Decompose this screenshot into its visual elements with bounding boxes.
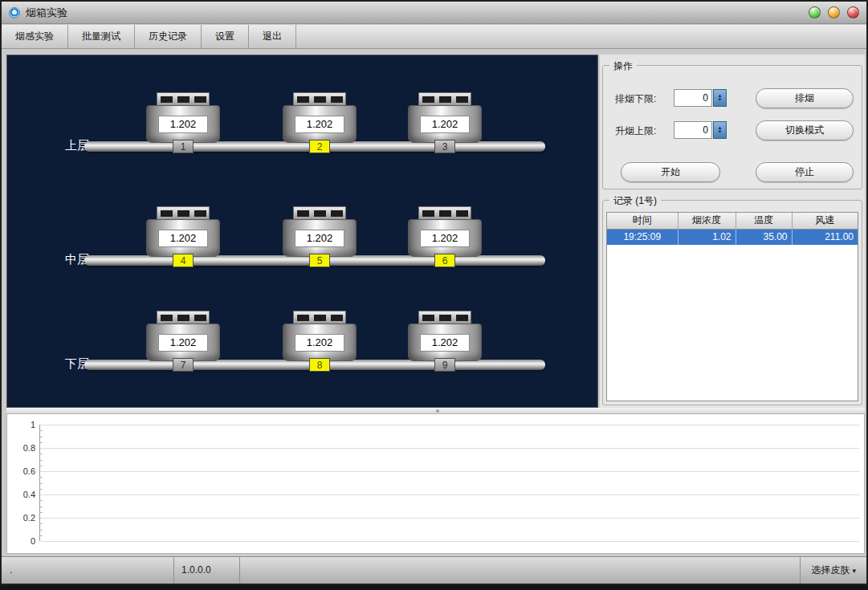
record-cell: 19:25:09 — [607, 229, 678, 245]
device-vent-cap — [293, 92, 346, 105]
record-cell: 35.00 — [736, 229, 792, 245]
start-button[interactable]: 开始 — [621, 162, 720, 182]
records-table-container: 时间烟浓度温度风速 19:25:091.0235.00211.00 — [606, 212, 858, 401]
sensor-device-2: 1.202 — [283, 92, 357, 143]
sensor-panel: 上层1.20211.20221.2023中层1.20241.20251.2026… — [6, 55, 598, 408]
y-axis-minor-tick — [39, 477, 43, 478]
sensor-value-display: 1.202 — [158, 116, 208, 133]
chart-gridline — [40, 471, 859, 472]
device-body: 1.202 — [283, 323, 357, 361]
maximize-button[interactable] — [828, 6, 840, 18]
sensor-value-display: 1.202 — [158, 230, 208, 247]
sensor-row-1: 上层1.20211.20221.2023 — [7, 92, 597, 165]
chart-gridline — [40, 494, 859, 495]
device-vent-cap — [418, 92, 471, 105]
smoke-upper-limit-label: 升烟上限: — [615, 124, 656, 138]
y-axis-minor-tick — [39, 523, 43, 524]
y-axis-minor-tick — [39, 489, 43, 490]
y-axis-minor-tick — [39, 437, 43, 437]
y-axis-tick-label: 0.6 — [11, 466, 35, 476]
record-cell: 211.00 — [792, 229, 858, 245]
y-axis-tick-label: 0.4 — [11, 490, 35, 499]
y-axis-tick-label: 1 — [11, 420, 35, 429]
records-groupbox: 记录 (1号) 时间烟浓度温度风速 19:25:091.0235.00211.0… — [602, 200, 862, 405]
skin-selector[interactable]: 选择皮肤▾ — [800, 557, 866, 584]
menu-item-history[interactable]: 历史记录 — [135, 25, 202, 48]
spinner-arrows-icon[interactable]: ▲▼ — [713, 121, 727, 139]
splitter-grip — [436, 409, 439, 413]
version-label: 1.0.0.0 — [174, 557, 240, 584]
device-body: 1.202 — [146, 219, 220, 257]
device-body: 1.202 — [146, 323, 220, 361]
operations-groupbox: 操作 排烟下限: 0 ▲▼ 升烟上限: 0 ▲▼ 排烟 切换模式 开始 停止 — [602, 65, 862, 189]
smoke-upper-limit-spinner[interactable]: 0 ▲▼ — [674, 121, 727, 139]
device-body: 1.202 — [283, 105, 357, 143]
sensor-device-3: 1.202 — [408, 92, 482, 143]
device-body: 1.202 — [146, 105, 220, 143]
sensor-tag-1[interactable]: 1 — [173, 140, 194, 153]
device-vent-cap — [293, 206, 346, 219]
y-axis-minor-tick — [39, 430, 43, 431]
sensor-tag-9[interactable]: 9 — [434, 358, 455, 372]
side-panel: 操作 排烟下限: 0 ▲▼ 升烟上限: 0 ▲▼ 排烟 切换模式 开始 停止 记… — [600, 55, 865, 408]
y-axis-tick-label: 0.8 — [11, 443, 35, 453]
close-button[interactable] — [847, 6, 859, 18]
status-message: . — [2, 557, 174, 584]
chart-gridline — [40, 518, 859, 519]
sensor-tag-4[interactable]: 4 — [173, 254, 194, 267]
chart-gridline — [40, 448, 859, 449]
spinner-value[interactable]: 0 — [674, 89, 712, 107]
spinner-arrows-icon[interactable]: ▲▼ — [713, 89, 727, 107]
records-column-header: 时间 — [607, 213, 678, 229]
sensor-device-5: 1.202 — [283, 206, 357, 257]
device-vent-cap — [157, 311, 210, 323]
window-title: 烟箱实验 — [26, 6, 67, 20]
operations-title: 操作 — [609, 59, 637, 73]
y-axis-minor-tick — [39, 460, 43, 461]
menu-bar: 烟感实验批量测试历史记录设置退出 — [2, 25, 866, 49]
sensor-tag-3[interactable]: 3 — [434, 140, 455, 153]
horizontal-splitter[interactable] — [6, 408, 865, 413]
stop-button[interactable]: 停止 — [756, 162, 854, 182]
switch-mode-button[interactable]: 切换模式 — [756, 120, 854, 140]
y-axis-minor-tick — [39, 530, 43, 531]
device-vent-cap — [418, 206, 471, 219]
sensor-tag-6[interactable]: 6 — [434, 254, 455, 267]
records-table: 时间烟浓度温度风速 19:25:091.0235.00211.00 — [607, 213, 858, 245]
menu-item-exit[interactable]: 退出 — [249, 25, 296, 48]
sensor-value-display: 1.202 — [420, 334, 470, 352]
y-axis-minor-tick — [39, 500, 43, 501]
records-column-header: 烟浓度 — [678, 213, 736, 229]
app-window: 烟箱实验 烟感实验批量测试历史记录设置退出 上层1.20211.20221.20… — [0, 0, 868, 585]
device-body: 1.202 — [283, 219, 357, 257]
status-bar: . 1.0.0.0 选择皮肤▾ — [2, 556, 866, 584]
chart-gridline — [40, 425, 859, 425]
menu-item-settings[interactable]: 设置 — [202, 25, 249, 48]
device-body: 1.202 — [408, 323, 482, 361]
records-column-header: 风速 — [792, 213, 858, 229]
menu-item-smoke-experiment[interactable]: 烟感实验 — [2, 25, 68, 48]
spinner-value[interactable]: 0 — [674, 121, 712, 139]
sensor-value-display: 1.202 — [295, 116, 344, 133]
sensor-device-6: 1.202 — [408, 206, 482, 257]
device-body: 1.202 — [408, 105, 482, 143]
caret-down-icon: ▾ — [852, 567, 856, 575]
exhaust-button[interactable]: 排烟 — [756, 88, 854, 108]
y-axis-tick-label: 0 — [11, 536, 35, 546]
exhaust-lower-limit-spinner[interactable]: 0 ▲▼ — [674, 89, 727, 107]
sensor-tag-5[interactable]: 5 — [309, 254, 330, 267]
menu-item-batch-test[interactable]: 批量测试 — [68, 25, 135, 48]
records-column-header: 温度 — [736, 213, 792, 229]
chart-gridline — [40, 541, 859, 542]
records-title: 记录 (1号) — [609, 194, 661, 208]
sensor-tag-8[interactable]: 8 — [309, 358, 330, 372]
sensor-value-display: 1.202 — [420, 116, 470, 133]
sensor-value-display: 1.202 — [158, 334, 208, 352]
sensor-tag-2[interactable]: 2 — [309, 140, 330, 153]
device-vent-cap — [157, 92, 210, 105]
minimize-button[interactable] — [809, 6, 821, 18]
sensor-value-display: 1.202 — [295, 230, 344, 247]
sensor-tag-7[interactable]: 7 — [173, 358, 194, 372]
device-vent-cap — [157, 206, 210, 219]
record-row[interactable]: 19:25:091.0235.00211.00 — [607, 229, 858, 245]
